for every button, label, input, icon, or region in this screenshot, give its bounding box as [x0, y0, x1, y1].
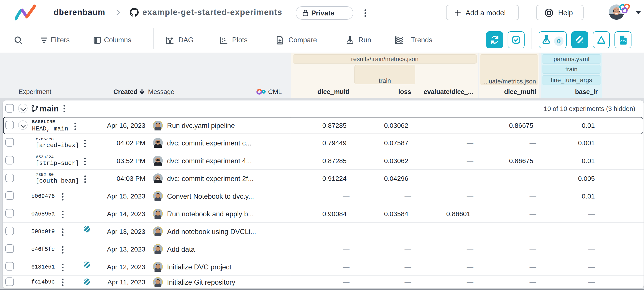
svg-text:CSV: CSV	[620, 40, 626, 43]
